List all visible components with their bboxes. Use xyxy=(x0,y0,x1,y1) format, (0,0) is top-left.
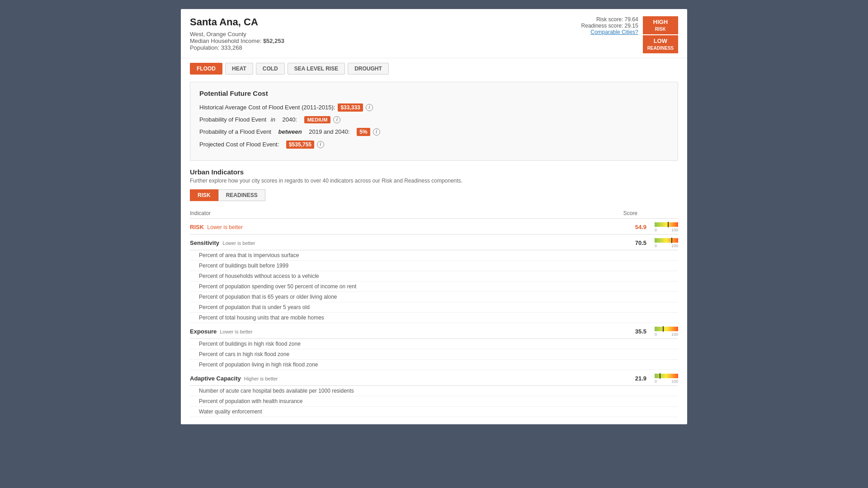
medium-badge: MEDIUM xyxy=(304,116,331,123)
exposure-sub-3: Percent of population living in high ris… xyxy=(190,359,678,370)
potential-cost-box: Potential Future Cost Historical Average… xyxy=(190,82,678,161)
sensitivity-bar-wrap: 0 100 xyxy=(646,238,678,248)
city-title: Santa Ana, CA xyxy=(190,16,284,28)
historical-info-icon[interactable]: i xyxy=(366,104,373,111)
header: Santa Ana, CA West, Orange County Median… xyxy=(181,9,687,58)
score-info: Risk score: 79.64 Readiness score: 29.15… xyxy=(581,16,638,35)
tab-bar: FLOOD HEAT COLD SEA LEVEL RISE DROUGHT xyxy=(181,58,687,75)
main-container: Santa Ana, CA West, Orange County Median… xyxy=(181,9,687,424)
high-risk-badge: HIGH RISK xyxy=(643,16,678,34)
adaptive-sub-3: Water quality enforcement xyxy=(190,406,678,417)
urban-tabs: RISK READINESS xyxy=(190,189,678,201)
sensitivity-sub-7-label: Percent of total housing units that are … xyxy=(190,312,678,323)
sensitivity-bar-marker xyxy=(671,238,672,243)
potential-cost-title: Potential Future Cost xyxy=(199,89,669,97)
sensitivity-sub-4: Percent of population spending over 50 p… xyxy=(190,281,678,291)
adaptive-capacity-bar-marker xyxy=(660,373,660,379)
exposure-bar-wrap: 0 100 xyxy=(646,327,678,337)
urban-tab-risk[interactable]: RISK xyxy=(190,189,218,201)
adaptive-capacity-bar-col: 0 100 xyxy=(646,370,678,385)
risk-note: Lower is better xyxy=(207,224,243,230)
historical-value-badge: $33,333 xyxy=(338,103,363,112)
tab-drought[interactable]: DROUGHT xyxy=(348,63,389,75)
risk-score-val: 54.9 xyxy=(551,218,646,234)
comparable-cities-link[interactable]: Comparable Cities? xyxy=(590,29,638,35)
sensitivity-sub-7: Percent of total housing units that are … xyxy=(190,312,678,323)
exposure-sub-2: Percent of cars in high risk flood zone xyxy=(190,349,678,359)
probability-between-row: Probability of a Flood Event between 201… xyxy=(199,128,669,136)
col-bar xyxy=(646,208,678,219)
projected-cost-row: Projected Cost of Flood Event: $535,755 … xyxy=(199,141,669,149)
adaptive-sub-1-label: Number of acute care hospital beds avail… xyxy=(190,385,678,396)
risk-score-line: Risk score: 79.64 xyxy=(581,16,638,23)
city-region: West, Orange County xyxy=(190,31,284,38)
adaptive-sub-2: Percent of population with health insura… xyxy=(190,396,678,406)
adaptive-capacity-row: Adaptive Capacity Higher is better 21.9 … xyxy=(190,370,678,385)
adaptive-sub-2-label: Percent of population with health insura… xyxy=(190,396,678,406)
indicators-table: Indicator Score RISK Lower is better 54.… xyxy=(190,208,678,417)
sensitivity-sub-2-label: Percent of buildings built before 1999 xyxy=(190,260,678,271)
sensitivity-sub-5-label: Percent of population that is 65 years o… xyxy=(190,291,678,302)
low-readiness-badge: LOW READINESS xyxy=(643,35,678,53)
exposure-label-cell: Exposure Lower is better xyxy=(190,323,551,338)
badge-stack: HIGH RISK LOW READINESS xyxy=(643,16,678,53)
exposure-sub-2-label: Percent of cars in high risk flood zone xyxy=(190,349,678,359)
risk-label-cell: RISK Lower is better xyxy=(190,218,551,234)
col-indicator: Indicator xyxy=(190,208,551,219)
exposure-score-val: 35.5 xyxy=(551,323,646,338)
probability-between-value: 5% xyxy=(357,128,370,136)
exposure-sub-1: Percent of buildings in high risk flood … xyxy=(190,338,678,349)
historical-cost-row: Historical Average Cost of Flood Event (… xyxy=(199,103,669,112)
adaptive-sub-1: Number of acute care hospital beds avail… xyxy=(190,385,678,396)
sensitivity-sub-5: Percent of population that is 65 years o… xyxy=(190,291,678,302)
potential-cost-section: Potential Future Cost Historical Average… xyxy=(190,82,678,161)
city-info: Santa Ana, CA West, Orange County Median… xyxy=(190,16,284,51)
risk-mini-bar xyxy=(655,222,678,227)
adaptive-capacity-label-cell: Adaptive Capacity Higher is better xyxy=(190,370,551,385)
sensitivity-sub-2: Percent of buildings built before 1999 xyxy=(190,260,678,271)
risk-bar-wrap: 0 100 xyxy=(646,222,678,232)
sensitivity-label-cell: Sensitivity Lower is better xyxy=(190,234,551,250)
probability-2040-row: Probability of Flood Event in 2040: MEDI… xyxy=(199,116,669,123)
urban-tab-readiness[interactable]: READINESS xyxy=(218,189,265,201)
adaptive-sub-3-label: Water quality enforcement xyxy=(190,406,678,417)
city-income: Median Household Income: $52,253 xyxy=(190,38,284,44)
sensitivity-sub-6-label: Percent of population that is under 5 ye… xyxy=(190,302,678,312)
sensitivity-sub-6: Percent of population that is under 5 ye… xyxy=(190,302,678,312)
urban-indicators-subtitle: Further explore how your city scores in … xyxy=(190,178,678,184)
adaptive-capacity-bar-wrap: 0 100 xyxy=(646,374,678,384)
exposure-row: Exposure Lower is better 35.5 0 xyxy=(190,323,678,338)
exposure-bar-col: 0 100 xyxy=(646,323,678,338)
adaptive-capacity-mini-bar xyxy=(655,374,678,378)
urban-indicators-title: Urban Indicators xyxy=(190,168,678,176)
tab-sea-level-rise[interactable]: SEA LEVEL RISE xyxy=(288,63,345,75)
risk-bar-marker xyxy=(668,222,669,227)
sensitivity-score-val: 70.5 xyxy=(551,234,646,250)
tab-heat[interactable]: HEAT xyxy=(225,63,253,75)
sensitivity-row: Sensitivity Lower is better 70.5 0 xyxy=(190,234,678,250)
tab-flood[interactable]: FLOOD xyxy=(190,63,222,75)
header-right: Risk score: 79.64 Readiness score: 29.15… xyxy=(581,16,678,53)
sensitivity-sub-4-label: Percent of population spending over 50 p… xyxy=(190,281,678,291)
tab-cold[interactable]: COLD xyxy=(256,63,285,75)
exposure-bar-marker xyxy=(663,326,664,332)
probability-info-icon[interactable]: i xyxy=(333,116,340,123)
city-population: Population: 333,268 xyxy=(190,44,284,51)
sensitivity-bar-col: 0 100 xyxy=(646,234,678,250)
exposure-sub-1-label: Percent of buildings in high risk flood … xyxy=(190,338,678,349)
risk-bar-col: 0 100 xyxy=(646,218,678,234)
risk-row: RISK Lower is better 54.9 0 100 xyxy=(190,218,678,234)
sensitivity-sub-3: Percent of households without access to … xyxy=(190,271,678,281)
sensitivity-sub-1-label: Percent of area that is impervious surfa… xyxy=(190,250,678,260)
sensitivity-sub-3-label: Percent of households without access to … xyxy=(190,271,678,281)
probability-between-info-icon[interactable]: i xyxy=(373,128,380,136)
sensitivity-sub-1: Percent of area that is impervious surfa… xyxy=(190,250,678,260)
projected-value-badge: $535,755 xyxy=(286,141,314,149)
exposure-sub-3-label: Percent of population living in high ris… xyxy=(190,359,678,370)
sensitivity-mini-bar xyxy=(655,238,678,243)
exposure-mini-bar xyxy=(655,327,678,331)
readiness-score-line: Readiness score: 29.15 xyxy=(581,23,638,29)
col-score: Score xyxy=(551,208,646,219)
projected-info-icon[interactable]: i xyxy=(317,141,324,148)
adaptive-capacity-score-val: 21.9 xyxy=(551,370,646,385)
